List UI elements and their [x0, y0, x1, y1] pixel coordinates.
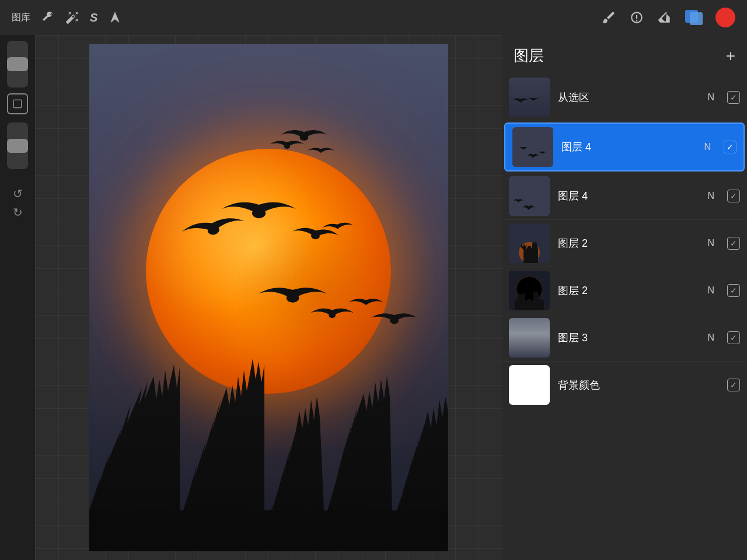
redo-button[interactable]: ↻ — [13, 205, 23, 219]
trees-layer — [89, 347, 448, 551]
layers-title: 图层 — [514, 46, 544, 66]
wrench-icon[interactable] — [41, 10, 55, 24]
layer-blend-mode[interactable]: N — [707, 92, 714, 103]
s-tool-icon[interactable]: S — [90, 11, 97, 24]
undo-button[interactable]: ↺ — [13, 187, 23, 201]
layer-blend-mode[interactable]: N — [707, 191, 714, 201]
layer-thumbnail — [509, 223, 550, 263]
layer-name: 从选区 — [558, 90, 699, 104]
color-picker-button[interactable] — [715, 8, 735, 27]
layer-thumbnail — [509, 365, 550, 405]
layer-name: 图层 4 — [558, 189, 699, 203]
smudge-icon[interactable] — [629, 10, 644, 25]
layer-thumbnail — [512, 127, 553, 167]
left-sidebar: ↺ ↻ — [0, 35, 35, 560]
color-layers-icon[interactable] — [685, 9, 703, 26]
layer-thumbnail — [509, 78, 550, 117]
layer-thumbnail — [509, 176, 550, 216]
layer-item[interactable]: 图层 2 N — [502, 267, 747, 314]
layer-name: 图层 4 — [561, 140, 696, 154]
layer-thumbnail — [509, 271, 550, 310]
layer-blend-mode[interactable]: N — [707, 238, 714, 249]
shape-tool-button[interactable] — [7, 93, 28, 114]
layer-thumbnail — [509, 318, 550, 358]
layer-visibility-toggle[interactable] — [727, 91, 740, 104]
layer-blend-mode[interactable]: N — [707, 332, 714, 343]
layer-blend-mode[interactable]: N — [704, 142, 711, 152]
magic-wand-icon[interactable] — [65, 10, 79, 24]
eraser-icon[interactable] — [657, 10, 672, 25]
svg-rect-0 — [13, 100, 22, 108]
layer-item[interactable]: 图层 4 N — [504, 123, 745, 172]
layer-item[interactable]: 背景颜色 — [502, 362, 747, 408]
svg-rect-10 — [509, 176, 550, 216]
layer-visibility-toggle[interactable] — [727, 237, 740, 250]
toolbar-left: 图库 S — [12, 10, 122, 24]
layer-visibility-toggle[interactable] — [727, 379, 740, 391]
brush-size-slider[interactable] — [7, 41, 28, 88]
layers-panel: 图层 + 从选区 N — [502, 35, 747, 560]
main-area: ↺ ↻ — [0, 35, 747, 560]
gallery-button[interactable]: 图库 — [12, 12, 30, 24]
undo-redo-group: ↺ ↻ — [13, 187, 23, 219]
arrow-tool-icon[interactable] — [108, 10, 122, 24]
layer-name: 图层 2 — [558, 284, 699, 298]
layer-visibility-toggle[interactable] — [727, 284, 740, 297]
layer-name: 图层 2 — [558, 236, 699, 250]
layer-item[interactable]: 从选区 N — [502, 74, 747, 121]
opacity-slider[interactable] — [7, 123, 28, 169]
layer-item[interactable]: 图层 4 N — [502, 173, 747, 220]
toolbar-right — [601, 8, 735, 27]
layer-item[interactable]: 图层 2 N — [502, 220, 747, 267]
layer-visibility-toggle[interactable] — [727, 331, 740, 344]
brush-icon[interactable] — [601, 10, 616, 25]
add-layer-button[interactable]: + — [726, 48, 735, 64]
layers-list: 从选区 N 图层 4 N — [502, 74, 747, 554]
top-toolbar: 图库 S — [0, 0, 747, 35]
layer-name: 背景颜色 — [558, 378, 706, 392]
canvas-area — [35, 35, 502, 560]
layers-header: 图层 + — [502, 35, 747, 74]
layer-blend-mode[interactable]: N — [707, 285, 714, 296]
layer-visibility-toggle[interactable] — [727, 190, 740, 202]
layer-name: 图层 3 — [558, 331, 699, 345]
canvas-frame — [89, 44, 448, 551]
layer-item[interactable]: 图层 3 N — [502, 314, 747, 362]
layer-visibility-toggle[interactable] — [724, 141, 736, 153]
svg-rect-9 — [512, 127, 553, 167]
